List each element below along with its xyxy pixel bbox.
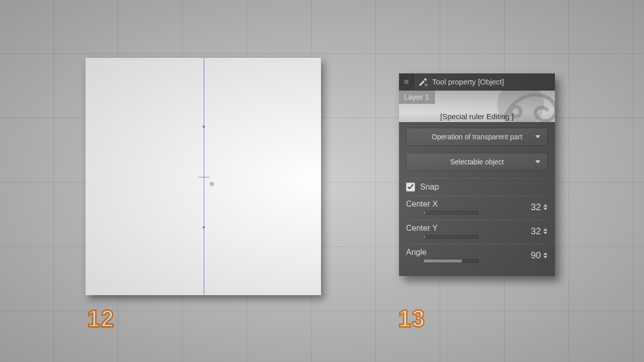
chevron-down-icon <box>534 133 541 140</box>
canvas-document[interactable] <box>86 58 321 295</box>
center-x-row: Center X 32 <box>406 196 548 220</box>
ruler-handle-bottom[interactable] <box>203 226 205 228</box>
center-y-slider[interactable] <box>423 235 478 239</box>
grid-background: ≡ Tool property [Object] Layer 1 [Specia… <box>0 0 644 362</box>
center-x-label: Center X <box>406 200 478 209</box>
step-number-13: 13 <box>398 305 426 332</box>
brush-settings-icon <box>418 77 428 87</box>
angle-slider[interactable] <box>423 259 478 263</box>
panel-title-tab[interactable]: Tool property [Object] <box>414 73 555 90</box>
dropdown-label: Operation of transparent part <box>432 133 522 141</box>
panel-titlebar[interactable]: ≡ Tool property [Object] <box>399 73 555 90</box>
center-x-value[interactable]: 32 <box>527 202 541 213</box>
snap-checkbox[interactable] <box>406 183 415 192</box>
center-x-slider[interactable] <box>423 211 478 215</box>
snap-row: Snap <box>406 178 548 196</box>
step-number-12: 12 <box>87 305 115 332</box>
chevron-down-icon <box>534 158 541 165</box>
tool-property-panel: ≡ Tool property [Object] Layer 1 [Specia… <box>399 73 555 276</box>
selectable-object-dropdown[interactable]: Selectable object <box>406 153 548 171</box>
angle-value[interactable]: 90 <box>527 250 541 261</box>
snap-label: Snap <box>420 183 439 192</box>
editing-mode-label: [Special ruler Editing ] <box>399 112 555 121</box>
center-x-stepper[interactable] <box>543 204 548 211</box>
transparent-operation-dropdown[interactable]: Operation of transparent part <box>406 128 548 146</box>
symmetry-ruler-vertical[interactable] <box>204 58 204 295</box>
dropdown-label: Selectable object <box>450 158 504 166</box>
center-y-stepper[interactable] <box>543 228 548 235</box>
panel-title: Tool property [Object] <box>432 77 504 86</box>
layer-tag[interactable]: Layer 1 <box>399 90 435 104</box>
panel-menu-button[interactable]: ≡ <box>399 73 414 90</box>
center-y-row: Center Y 32 <box>406 220 548 244</box>
panel-subheader: Layer 1 [Special ruler Editing ] <box>399 90 555 123</box>
ruler-handle-top[interactable] <box>203 126 205 128</box>
ruler-rotate-handle[interactable] <box>210 182 214 186</box>
angle-row: Angle 90 <box>406 244 548 268</box>
center-y-label: Center Y <box>406 224 478 233</box>
angle-label: Angle <box>406 248 478 257</box>
center-y-value[interactable]: 32 <box>527 226 541 237</box>
svg-point-0 <box>425 84 427 85</box>
angle-stepper[interactable] <box>543 252 548 259</box>
symmetry-ruler-cross[interactable] <box>198 177 209 177</box>
